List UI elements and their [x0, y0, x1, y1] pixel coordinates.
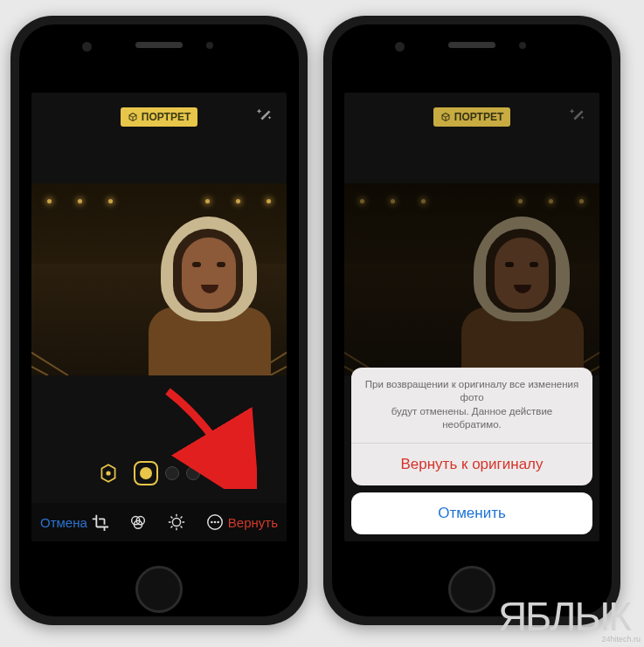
source-watermark: 24hitech.ru: [601, 635, 641, 644]
sheet-cancel-button[interactable]: Отменить: [351, 492, 592, 534]
filters-icon[interactable]: [128, 513, 148, 532]
action-sheet-message: При возвращении к оригиналу все изменени…: [351, 368, 592, 444]
front-camera: [395, 42, 405, 52]
portrait-badge[interactable]: ПОРТРЕТ: [433, 107, 510, 127]
proximity-sensor: [206, 42, 213, 49]
svg-point-0: [106, 471, 110, 475]
filter-thumb[interactable]: [165, 466, 179, 480]
filter-thumb[interactable]: [186, 466, 200, 480]
home-button[interactable]: [135, 566, 183, 613]
revert-button[interactable]: Вернуть: [228, 515, 278, 530]
more-icon[interactable]: [205, 513, 225, 532]
filter-thumb-active[interactable]: [134, 461, 158, 485]
speaker-grille: [135, 42, 183, 48]
bezel: ПОРТРЕТ: [19, 24, 299, 616]
revert-to-original-button[interactable]: Вернуть к оригиналу: [351, 444, 592, 485]
front-camera: [82, 42, 92, 52]
cube-icon: [128, 112, 138, 122]
svg-point-6: [211, 521, 213, 524]
iphone-left: ПОРТРЕТ: [10, 16, 308, 625]
cancel-button[interactable]: Отмена: [40, 515, 87, 530]
adjust-icon[interactable]: [167, 513, 186, 532]
portrait-badge[interactable]: ПОРТРЕТ: [121, 107, 197, 127]
action-sheet-panel: При возвращении к оригиналу все изменени…: [351, 368, 592, 485]
phone-pair: ПОРТРЕТ: [0, 0, 644, 641]
screen-right: ПОРТРЕТ: [344, 93, 599, 541]
watermark: ЯБЛЫК: [498, 593, 630, 640]
scene: [344, 183, 599, 375]
top-badge-row: ПОРТРЕТ: [31, 101, 287, 133]
bottom-toolbar: Отмена Вернуть: [31, 503, 287, 541]
subject-person: [456, 213, 587, 375]
filter-strip: [31, 442, 287, 505]
home-button[interactable]: [448, 566, 495, 613]
photo-preview: [344, 183, 599, 375]
photo-preview[interactable]: [31, 183, 287, 375]
iphone-right: ПОРТРЕТ: [323, 16, 620, 625]
svg-point-7: [214, 521, 217, 524]
speaker-grille: [448, 42, 495, 48]
scene: [31, 183, 287, 375]
screen-left: ПОРТРЕТ: [31, 93, 287, 541]
magic-wand-button[interactable]: [255, 105, 274, 124]
cube-icon: [440, 112, 451, 122]
crop-icon[interactable]: [90, 513, 109, 532]
svg-point-8: [218, 521, 220, 524]
bezel: ПОРТРЕТ: [332, 24, 612, 616]
svg-point-4: [173, 518, 181, 526]
top-badge-row: ПОРТРЕТ: [344, 101, 599, 133]
proximity-sensor: [519, 42, 526, 49]
magic-wand-button[interactable]: [568, 105, 587, 124]
portrait-badge-label: ПОРТРЕТ: [454, 111, 503, 123]
subject-person: [143, 213, 274, 375]
action-sheet: При возвращении к оригиналу все изменени…: [351, 368, 592, 534]
hexagon-icon[interactable]: [97, 462, 120, 485]
filter-thumb[interactable]: [207, 466, 221, 480]
portrait-badge-label: ПОРТРЕТ: [142, 111, 190, 123]
